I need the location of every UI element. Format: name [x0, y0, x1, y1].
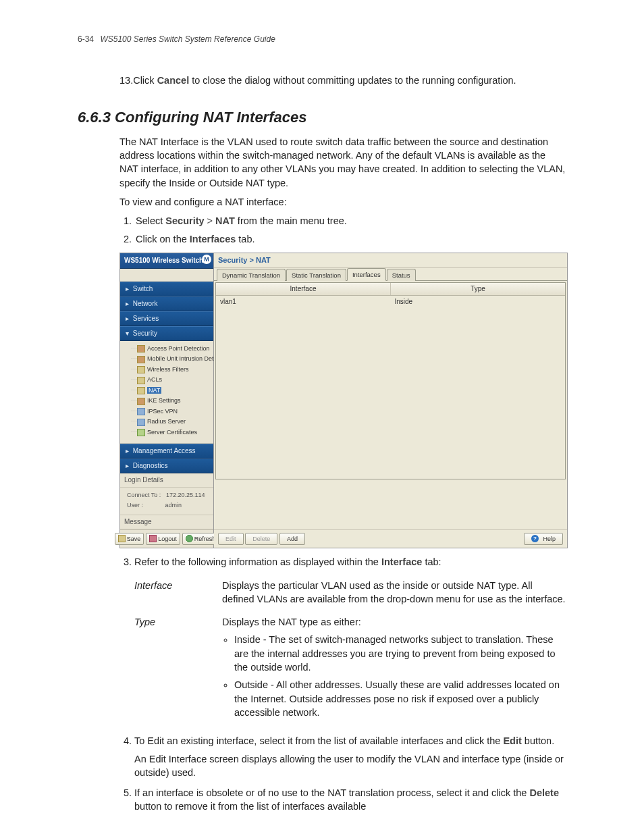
sidebar-title: WS5100 Wireless Switch M [120, 253, 213, 269]
tree-acls[interactable]: ⋯ACLs [124, 375, 211, 386]
section-heading: 6.6.3 Configuring NAT Interfaces [78, 107, 566, 128]
nav-management[interactable]: ▸ Management Access [120, 444, 213, 459]
brand-logo-icon: M [202, 255, 211, 264]
col-interface[interactable]: Interface [216, 283, 391, 295]
tree-certs[interactable]: ⋯Server Certificates [124, 427, 211, 438]
logout-button[interactable]: Logout [146, 533, 180, 546]
filters-icon [137, 366, 145, 373]
message-label: Message [120, 515, 213, 529]
tree-ipsec[interactable]: ⋯IPSec VPN [124, 407, 211, 417]
tree-wireless-filters[interactable]: ⋯Wireless Filters [124, 365, 211, 375]
tab-dynamic[interactable]: Dynamic Translation [217, 269, 286, 281]
save-button[interactable]: Save [115, 533, 144, 546]
page-number: 6-34 [78, 34, 94, 44]
certs-icon [137, 429, 145, 436]
intro-lead: To view and configure a NAT interface: [119, 195, 566, 209]
tree-nat[interactable]: ⋯NAT [124, 386, 211, 396]
ike-icon [137, 398, 145, 405]
nav-diagnostics[interactable]: ▸ Diagnostics [120, 459, 213, 473]
doc-title: WS5100 Series Switch System Reference Gu… [100, 34, 275, 44]
help-icon: ? [531, 535, 539, 542]
login-details: Connect To : 172.20.25.114 User : admin [120, 488, 213, 515]
table-header: Interface Type [216, 283, 565, 296]
tree-mobile-unit[interactable]: ⋯Mobile Unit Intrusion Detection [124, 354, 211, 365]
steps-list: Select Security > NAT from the main menu… [134, 214, 566, 246]
logout-icon [149, 535, 157, 542]
main-footer: Edit Delete Add ? Help [214, 529, 567, 548]
radius-icon [137, 419, 145, 426]
tree-ike[interactable]: ⋯IKE Settings [124, 396, 211, 407]
breadcrumb: Security > NAT [214, 253, 567, 268]
step-1: Select Security > NAT from the main menu… [134, 214, 566, 228]
help-button[interactable]: ? Help [524, 533, 563, 546]
tree-radius[interactable]: ⋯Radius Server [124, 417, 211, 427]
sidebar: WS5100 Wireless Switch M ▸ Switch ▸ Netw… [120, 253, 214, 548]
definitions-table: Interface Displays the particular VLAN u… [134, 579, 566, 724]
nat-icon [137, 387, 145, 394]
col-type[interactable]: Type [391, 283, 565, 295]
access-point-icon [137, 345, 145, 353]
def-type-body: Displays the NAT type as either: Inside … [222, 615, 566, 723]
delete-button[interactable]: Delete [245, 533, 277, 546]
nav-services[interactable]: ▸ Services [120, 311, 213, 326]
save-icon [118, 535, 126, 542]
tab-bar: Dynamic Translation Static Translation I… [214, 268, 567, 281]
step-5: If an interface is obsolete or of no use… [134, 786, 566, 814]
user-value: admin [165, 502, 182, 509]
type-outside: Outside - All other addresses. Usually t… [234, 678, 566, 719]
intro-paragraph: The NAT Interface is the VLAN used to ro… [119, 135, 566, 190]
acls-icon [137, 377, 145, 384]
def-type-term: Type [134, 615, 222, 723]
step-2: Click on the Interfaces tab. [134, 232, 566, 246]
nav-security[interactable]: ▾ Security [120, 326, 213, 341]
tab-status[interactable]: Status [387, 269, 416, 281]
tab-static[interactable]: Static Translation [286, 269, 346, 281]
ipsec-icon [137, 408, 145, 415]
refresh-icon [186, 535, 193, 542]
step-3: Refer to the following information as di… [134, 555, 566, 723]
def-interface-body: Displays the particular VLAN used as the… [222, 579, 566, 606]
connect-value: 172.20.25.114 [166, 492, 205, 498]
step-4: To Edit an existing interface, select it… [134, 734, 566, 779]
mobile-unit-icon [137, 356, 145, 363]
interfaces-table: Interface Type vlan1 Inside [215, 282, 566, 479]
cancel-ref: Cancel [157, 75, 190, 86]
step-13: 13.Click Cancel to close the dialog with… [119, 74, 566, 87]
app-screenshot: WS5100 Wireless Switch M ▸ Switch ▸ Netw… [119, 253, 568, 548]
sidebar-footer: Save Logout Refresh [120, 529, 213, 548]
tab-interfaces[interactable]: Interfaces [347, 268, 386, 281]
cell-interface: vlan1 [216, 296, 391, 308]
type-inside: Inside - The set of switch-managed netwo… [234, 633, 566, 674]
steps-continued: Refer to the following information as di… [134, 555, 566, 813]
tree-access-point[interactable]: ⋯Access Point Detection [124, 344, 211, 355]
main-panel: Security > NAT Dynamic Translation Stati… [214, 253, 567, 548]
nav-network[interactable]: ▸ Network [120, 296, 213, 311]
login-details-label: Login Details [120, 473, 213, 488]
def-interface-term: Interface [134, 579, 222, 606]
cell-type: Inside [391, 296, 566, 308]
add-button[interactable]: Add [279, 533, 305, 546]
edit-button[interactable]: Edit [218, 533, 244, 546]
security-tree: ⋯Access Point Detection ⋯Mobile Unit Int… [120, 341, 213, 444]
page-header: 6-34 WS5100 Series Switch System Referen… [78, 34, 566, 45]
nav-switch[interactable]: ▸ Switch [120, 282, 213, 296]
table-row[interactable]: vlan1 Inside [216, 296, 565, 309]
